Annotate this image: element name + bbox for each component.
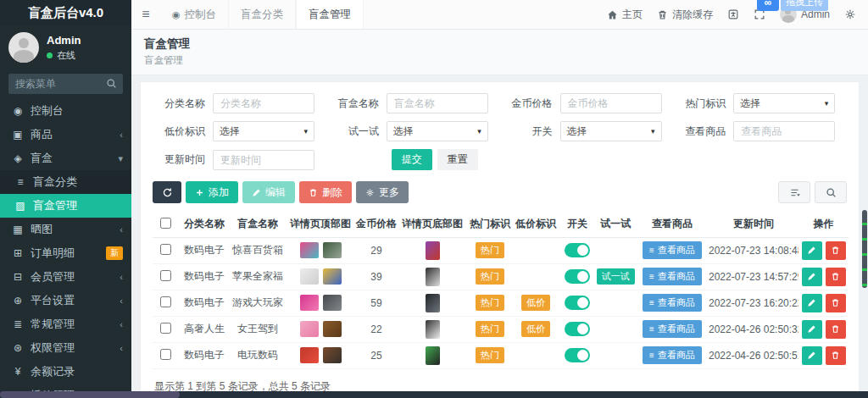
delete-button[interactable]: 删除 bbox=[299, 181, 352, 203]
view-products-button[interactable]: ≡查看商品 bbox=[643, 346, 702, 364]
breadcrumb: 盲盒管理 bbox=[144, 54, 855, 67]
horizontal-scrollbar-thumb[interactable] bbox=[0, 391, 180, 398]
row-edit-button[interactable] bbox=[802, 320, 822, 339]
table-row: 数码电子 电玩数码 25 热门 ≡查看商品 2022-04-26 02:50:5… bbox=[153, 342, 849, 368]
sidebar-item-box-manage[interactable]: ▨ 盲盒管理 bbox=[0, 194, 131, 218]
row-edit-button[interactable] bbox=[802, 294, 822, 312]
team-icon: ⊛ bbox=[11, 342, 25, 354]
row-delete-button[interactable] bbox=[826, 320, 846, 339]
row-delete-button[interactable] bbox=[826, 346, 846, 365]
filter-input-box-name[interactable] bbox=[387, 93, 488, 113]
sidebar-item-goods[interactable]: ▣ 商品 ‹ bbox=[0, 123, 131, 146]
detail-bottom-image-cell bbox=[397, 342, 468, 368]
filter-input-category-name[interactable] bbox=[213, 93, 314, 113]
sidebar-item-box-category[interactable]: ≡ 盲盒分类 bbox=[0, 170, 131, 194]
tab-box-category[interactable]: 盲盒分类 bbox=[229, 0, 296, 29]
hamburger-menu-icon[interactable]: ≡ bbox=[131, 0, 160, 29]
switch-toggle[interactable] bbox=[565, 269, 590, 284]
filter-input-coin-price[interactable] bbox=[560, 93, 662, 113]
sidebar-item-platform[interactable]: ⊕ 平台设置 ‹ bbox=[0, 289, 131, 312]
row-edit-button[interactable] bbox=[802, 268, 822, 286]
row-checkbox[interactable] bbox=[160, 323, 171, 334]
row-checkbox[interactable] bbox=[160, 244, 171, 255]
filter-input-update-time[interactable] bbox=[213, 150, 314, 170]
language-switch-button[interactable] bbox=[727, 8, 739, 20]
sidebar-item-permissions[interactable]: ⊛ 权限管理 ‹ bbox=[0, 336, 131, 360]
sidebar-item-balance[interactable]: ¥ 余额记录 bbox=[0, 360, 131, 384]
updated-time-cell: 2022-04-26 02:50:51 bbox=[709, 342, 798, 368]
box-name-cell: 电玩数码 bbox=[231, 342, 285, 368]
new-badge: 新 bbox=[106, 246, 123, 260]
view-products-button[interactable]: ≡查看商品 bbox=[643, 320, 702, 338]
filter-select-hot-flag[interactable]: 选择▾ bbox=[733, 93, 835, 113]
trash-icon bbox=[657, 9, 668, 20]
select-all-checkbox[interactable] bbox=[160, 218, 171, 229]
row-checkbox[interactable] bbox=[160, 270, 171, 281]
app-title: 盲盒后台v4.0 bbox=[0, 0, 131, 25]
filter-select-switch[interactable]: 选择▾ bbox=[560, 121, 662, 141]
filter-select-try-flag[interactable]: 选择▾ bbox=[387, 121, 488, 141]
sidebar-item-label: 平台设置 bbox=[31, 293, 120, 308]
table-header-row: 分类名称盲盒名称详情页顶部图金币价格详情页底部图热门标识低价标识开关试一试查看商… bbox=[153, 212, 849, 237]
switch-toggle[interactable] bbox=[565, 322, 590, 336]
view-products-button[interactable]: ≡查看商品 bbox=[643, 241, 702, 259]
clear-cache-button[interactable]: 清除缓存 bbox=[657, 8, 713, 22]
sidebar-item-members[interactable]: ⊟ 会员管理 ‹ bbox=[0, 265, 131, 289]
trash-icon bbox=[831, 298, 840, 307]
horizontal-scrollbar[interactable] bbox=[0, 391, 868, 398]
tab-box-manage[interactable]: 盲盒管理 bbox=[296, 0, 364, 29]
filter-label-category-name: 分类名称 bbox=[153, 97, 205, 111]
sidebar-item-general[interactable]: ≣ 常规管理 ‹ bbox=[0, 312, 131, 336]
box-name-cell: 苹果全家福 bbox=[231, 263, 285, 290]
product-thumbnail bbox=[426, 294, 440, 312]
home-button[interactable]: 主页 bbox=[607, 8, 643, 22]
view-products-button[interactable]: ≡查看商品 bbox=[643, 294, 702, 312]
more-button[interactable]: 更多 bbox=[356, 181, 409, 203]
sidebar-item-photos[interactable]: ▦ 晒图 ‹ bbox=[0, 218, 131, 241]
caret-down-icon: ▾ bbox=[477, 127, 481, 135]
vertical-scrollbar-thumb[interactable] bbox=[862, 210, 867, 288]
pencil-icon bbox=[807, 246, 816, 255]
filter-label-view-goods: 查看商品 bbox=[673, 124, 726, 139]
reset-button[interactable]: 重置 bbox=[437, 149, 478, 170]
row-checkbox[interactable] bbox=[160, 349, 171, 360]
switch-toggle[interactable] bbox=[565, 348, 590, 362]
gear-icon bbox=[365, 188, 375, 197]
refresh-button[interactable] bbox=[153, 181, 181, 203]
gear-icon bbox=[844, 8, 856, 20]
low-price-badge: 低价 bbox=[521, 321, 550, 337]
trash-icon bbox=[831, 324, 840, 334]
tab-console[interactable]: ◉ 控制台 bbox=[160, 0, 229, 29]
switch-toggle[interactable] bbox=[565, 296, 590, 310]
settings-button[interactable] bbox=[844, 8, 856, 20]
row-delete-button[interactable] bbox=[826, 294, 846, 312]
filter-label-low-flag: 低价标识 bbox=[153, 124, 205, 139]
detail-top-image-cell bbox=[285, 342, 356, 368]
view-products-button[interactable]: ≡查看商品 bbox=[643, 268, 702, 285]
hot-badge: 热门 bbox=[476, 347, 504, 363]
row-delete-button[interactable] bbox=[826, 268, 846, 286]
switch-toggle[interactable] bbox=[565, 243, 590, 257]
filter-input-view-goods[interactable] bbox=[733, 121, 835, 141]
sidebar-item-dashboard[interactable]: ◉ 控制台 bbox=[0, 99, 131, 123]
row-checkbox[interactable] bbox=[160, 296, 171, 307]
browser-extension-badge[interactable]: ∞ 拖拽上传 bbox=[757, 0, 828, 11]
row-edit-button[interactable] bbox=[802, 241, 822, 260]
sidebar-item-orders[interactable]: ⊞ 订单明细 新 bbox=[0, 241, 131, 265]
filter-form: 分类名称盲盒名称金币价格热门标识选择▾低价标识选择▾试一试选择▾开关选择▾查看商… bbox=[153, 93, 847, 170]
sidebar-item-box[interactable]: ◈ 盲盒 ▾ bbox=[0, 146, 131, 170]
row-delete-button[interactable] bbox=[826, 241, 846, 260]
category-cell: 高奢人生 bbox=[178, 316, 231, 342]
detail-top-image-cell bbox=[285, 263, 356, 290]
row-edit-button[interactable] bbox=[802, 346, 822, 365]
table-search-button[interactable] bbox=[815, 181, 847, 203]
filter-select-low-flag[interactable]: 选择▾ bbox=[213, 121, 314, 141]
column-sort-button[interactable] bbox=[778, 181, 810, 203]
edit-button[interactable]: 编辑 bbox=[242, 181, 295, 203]
trash-icon bbox=[309, 188, 318, 197]
cart-icon: ⊞ bbox=[11, 247, 25, 259]
product-thumbnail bbox=[426, 241, 440, 260]
submit-button[interactable]: 提交 bbox=[392, 149, 432, 170]
add-button[interactable]: 添加 bbox=[186, 181, 238, 203]
cube-icon: ▨ bbox=[14, 200, 27, 212]
